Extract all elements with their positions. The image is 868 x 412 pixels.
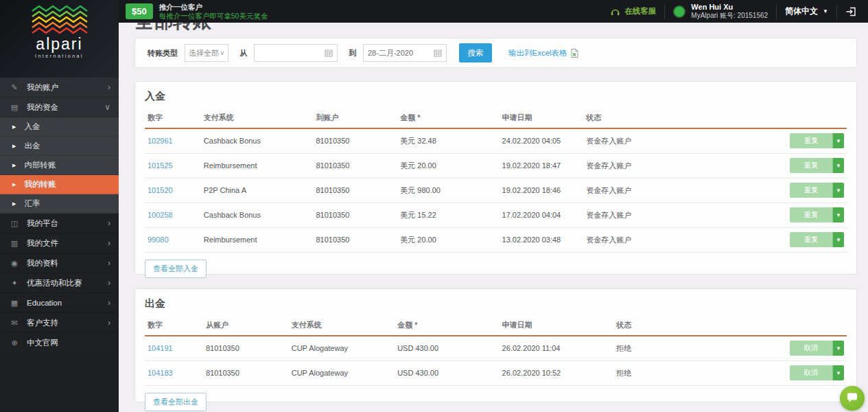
- sidebar-bottom-menu: ◫我的平台›▥我的文件›◉我的资料›✦优惠活动和比赛›▦Education›✉客…: [0, 214, 119, 353]
- cancel-button[interactable]: 取消: [790, 341, 832, 356]
- action-dropdown-button[interactable]: ▼: [832, 232, 844, 247]
- cell-date: 19.02.2020 18:47: [500, 153, 584, 178]
- repeat-button[interactable]: 重复: [790, 207, 832, 222]
- action-dropdown-button[interactable]: ▼: [832, 341, 844, 356]
- language-selector[interactable]: 简体中文 ▼: [785, 5, 828, 17]
- transaction-id-link[interactable]: 104183: [148, 369, 173, 377]
- account-icon: ✎: [10, 83, 19, 92]
- repeat-button[interactable]: 重复: [790, 183, 832, 198]
- arrow-right-icon: ▶: [12, 182, 16, 187]
- chevron-icon: ›: [108, 218, 110, 228]
- column-header: 金额 *: [397, 107, 499, 128]
- support-chat-icon: ✉: [10, 319, 19, 328]
- cell-account: 81010350: [314, 227, 398, 252]
- cell-id: 101520: [145, 178, 201, 203]
- logout-button[interactable]: [845, 6, 857, 17]
- date-to-input[interactable]: 28-二月-2020: [363, 44, 447, 62]
- view-all-withdrawals-button[interactable]: 查看全部出金: [145, 393, 207, 411]
- sidebar-item-label: 汇率: [24, 198, 110, 209]
- cell-date: 17.02.2020 04:04: [500, 203, 584, 227]
- sidebar-item-my-funds[interactable]: ▤我的资金∨: [0, 98, 119, 117]
- cell-id: 104183: [145, 360, 203, 385]
- export-excel-link[interactable]: 输出到Excel表格: [508, 48, 578, 58]
- cell-id: 100258: [145, 203, 201, 227]
- cell-date: 19.02.2020 18:46: [500, 178, 584, 203]
- chevron-icon: ›: [108, 82, 110, 92]
- chevron-icon: ›: [108, 298, 110, 308]
- sidebar-item-exchange-rates[interactable]: ▶汇率: [0, 194, 119, 214]
- main-content: 全部转账 转账类型 选择全部 ∨ 从 到 28-二月-2020: [119, 0, 868, 412]
- live-chat-button[interactable]: [840, 386, 865, 411]
- sidebar-top-menu: ✎我的账户›▤我的资金∨: [0, 78, 119, 117]
- action-dropdown-button[interactable]: ▼: [832, 365, 844, 380]
- chevron-icon: ›: [108, 238, 110, 248]
- sidebar-item-deposit[interactable]: ▶入金: [0, 117, 119, 137]
- sidebar-item-promotions-contests[interactable]: ✦优惠活动和比赛›: [0, 273, 119, 293]
- sidebar-item-internal-transfer[interactable]: ▶内部转账: [0, 156, 119, 175]
- sidebar-item-my-platforms[interactable]: ◫我的平台›: [0, 214, 119, 233]
- cell-status: 拒绝: [613, 360, 784, 385]
- column-header: 申请日期: [500, 314, 614, 336]
- chevron-down-icon: ▼: [823, 8, 828, 14]
- sidebar-item-my-profile[interactable]: ◉我的资料›: [0, 253, 119, 273]
- action-dropdown-button[interactable]: ▼: [832, 183, 844, 198]
- sidebar-item-label: 入金: [24, 122, 110, 132]
- export-excel-label: 输出到Excel表格: [508, 48, 567, 58]
- repeat-button[interactable]: 重复: [790, 158, 832, 173]
- document-icon: ▥: [10, 239, 19, 248]
- chevron-icon: ∨: [104, 102, 110, 112]
- cancel-button[interactable]: 取消: [790, 365, 832, 380]
- cell-status: 资金存入账户: [583, 153, 784, 178]
- deposits-title: 入金: [145, 82, 847, 103]
- excel-file-icon: [571, 49, 578, 58]
- user-name: Wen Hui Xu: [691, 3, 768, 12]
- promo-subtitle: 每推介一位客户即可拿50美元奖金: [159, 12, 268, 20]
- user-account: MyAlpari 账号: 20151562: [691, 12, 768, 20]
- transaction-id-link[interactable]: 101520: [148, 186, 173, 194]
- transaction-id-link[interactable]: 101525: [148, 161, 173, 170]
- user-menu[interactable]: Wen Hui Xu MyAlpari 账号: 20151562: [673, 3, 768, 20]
- repeat-button[interactable]: 重复: [790, 232, 832, 247]
- sidebar-item-label: 我的资金: [27, 102, 104, 113]
- cell-status: 资金存入账户: [583, 227, 784, 252]
- transaction-id-link[interactable]: 99080: [148, 236, 169, 244]
- table-row: 101520P2P China A81010350美元 980.0019.02.…: [145, 178, 847, 203]
- table-row: 10418381010350CUP AlogatewayUSD 430.0026…: [145, 360, 847, 385]
- promo-badge[interactable]: $50: [126, 3, 153, 19]
- transaction-id-link[interactable]: 104191: [148, 344, 173, 352]
- sidebar-item-education[interactable]: ▦Education›: [0, 293, 119, 313]
- cell-id: 99080: [145, 227, 201, 252]
- cell-amount: 美元 20.00: [397, 153, 499, 178]
- transfer-type-select[interactable]: 选择全部 ∨: [185, 44, 228, 62]
- search-button[interactable]: 搜索: [459, 43, 492, 62]
- sidebar-item-label: 我的资料: [27, 258, 108, 268]
- cell-system: CUP Alogateway: [289, 336, 395, 360]
- cell-amount: 美元 15.22: [397, 203, 499, 227]
- sidebar-item-my-transfers[interactable]: ▶我的转账: [0, 175, 119, 194]
- action-dropdown-button[interactable]: ▼: [832, 158, 844, 173]
- transaction-id-link[interactable]: 100258: [148, 211, 173, 219]
- sidebar-item-withdrawal[interactable]: ▶出金: [0, 137, 119, 156]
- cell-system: CUP Alogateway: [289, 360, 395, 385]
- date-from-label: 从: [239, 48, 247, 58]
- sidebar-item-my-documents[interactable]: ▥我的文件›: [0, 233, 119, 253]
- topbar: $50 推介一位客户 每推介一位客户即可拿50美元奖金 在线客服 Wen Hui…: [119, 0, 868, 23]
- view-all-deposits-button[interactable]: 查看全部入金: [145, 260, 207, 278]
- transaction-id-link[interactable]: 102961: [148, 137, 173, 145]
- repeat-button[interactable]: 重复: [790, 133, 832, 148]
- sidebar-item-my-accounts[interactable]: ✎我的账户›: [0, 78, 119, 98]
- online-support-button[interactable]: 在线客服: [610, 6, 656, 16]
- date-to-label: 到: [349, 48, 356, 58]
- sidebar-item-label: Education: [27, 299, 108, 307]
- cell-id: 101525: [145, 153, 201, 178]
- sidebar-item-customer-support[interactable]: ✉客户支持›: [0, 313, 119, 333]
- sidebar-item-label: 中文官网: [27, 338, 110, 348]
- action-dropdown-button[interactable]: ▼: [832, 133, 844, 148]
- action-dropdown-button[interactable]: ▼: [832, 207, 844, 222]
- logo[interactable]: alpari International: [0, 0, 119, 78]
- sidebar-item-label: 出金: [24, 141, 110, 151]
- sidebar-item-chinese-website[interactable]: ⊕中文官网: [0, 333, 119, 353]
- date-from-input[interactable]: [254, 44, 338, 62]
- brand-name: alpari: [36, 36, 82, 52]
- logout-icon: [845, 6, 857, 17]
